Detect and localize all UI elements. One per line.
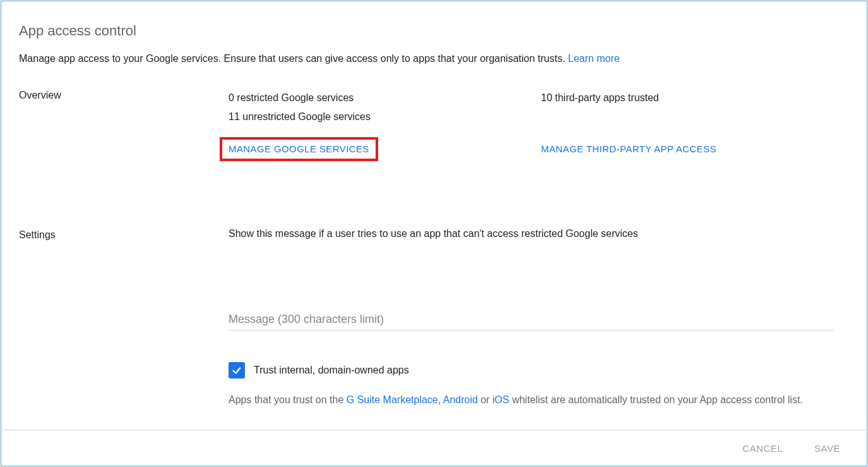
footer-bar: CANCEL SAVE bbox=[1, 430, 867, 466]
page-title: App access control bbox=[19, 23, 849, 39]
overview-left-column: 0 restricted Google services 11 unrestri… bbox=[229, 88, 541, 161]
trust-internal-checkbox[interactable] bbox=[229, 362, 245, 379]
overview-label: Overview bbox=[19, 88, 229, 161]
unrestricted-services-count: 11 unrestricted Google services bbox=[229, 107, 541, 126]
manage-third-party-row: MANAGE THIRD-PARTY APP ACCESS bbox=[541, 137, 849, 161]
restricted-services-count: 0 restricted Google services bbox=[229, 88, 541, 107]
app-access-control-panel: App access control Manage app access to … bbox=[1, 1, 867, 466]
intro-text: Manage app access to your Google service… bbox=[19, 53, 849, 64]
intro-body: Manage app access to your Google service… bbox=[19, 53, 568, 64]
settings-label: Settings bbox=[19, 228, 229, 408]
manage-google-services-button[interactable]: MANAGE GOOGLE SERVICES bbox=[229, 143, 369, 154]
restricted-message-label: Show this message if a user tries to use… bbox=[229, 228, 834, 240]
settings-body: Show this message if a user tries to use… bbox=[229, 228, 849, 408]
ios-link[interactable]: iOS bbox=[492, 394, 509, 405]
settings-section: Settings Show this message if a user tri… bbox=[19, 228, 849, 408]
highlight-annotation: MANAGE GOOGLE SERVICES bbox=[220, 137, 378, 161]
overview-right-column: 10 third-party apps trusted MANAGE THIRD… bbox=[541, 88, 849, 161]
overview-section: Overview 0 restricted Google services 11… bbox=[19, 88, 849, 161]
trust-desc-or: or bbox=[478, 394, 492, 405]
trust-desc-prefix: Apps that you trust on the bbox=[229, 394, 347, 405]
trust-description: Apps that you trust on the G Suite Marke… bbox=[229, 392, 834, 408]
trust-desc-suffix: whitelist are automatically trusted on y… bbox=[509, 394, 803, 405]
manage-third-party-button[interactable]: MANAGE THIRD-PARTY APP ACCESS bbox=[541, 137, 724, 161]
save-button[interactable]: SAVE bbox=[814, 443, 840, 454]
spacer-line bbox=[541, 107, 849, 126]
third-party-trusted-count: 10 third-party apps trusted bbox=[541, 88, 849, 107]
trust-internal-label: Trust internal, domain-owned apps bbox=[254, 365, 409, 376]
manage-services-row: MANAGE GOOGLE SERVICES bbox=[229, 137, 541, 161]
trust-desc-comma: , bbox=[438, 394, 443, 405]
gsuite-marketplace-link[interactable]: G Suite Marketplace bbox=[347, 394, 438, 405]
restricted-message-input[interactable] bbox=[229, 309, 834, 331]
learn-more-link[interactable]: Learn more bbox=[568, 53, 620, 64]
trust-internal-row: Trust internal, domain-owned apps bbox=[229, 362, 834, 379]
check-icon bbox=[231, 365, 242, 376]
overview-columns: 0 restricted Google services 11 unrestri… bbox=[229, 88, 849, 161]
android-link[interactable]: Android bbox=[443, 394, 478, 405]
cancel-button[interactable]: CANCEL bbox=[742, 443, 783, 454]
content-area: App access control Manage app access to … bbox=[1, 1, 867, 408]
